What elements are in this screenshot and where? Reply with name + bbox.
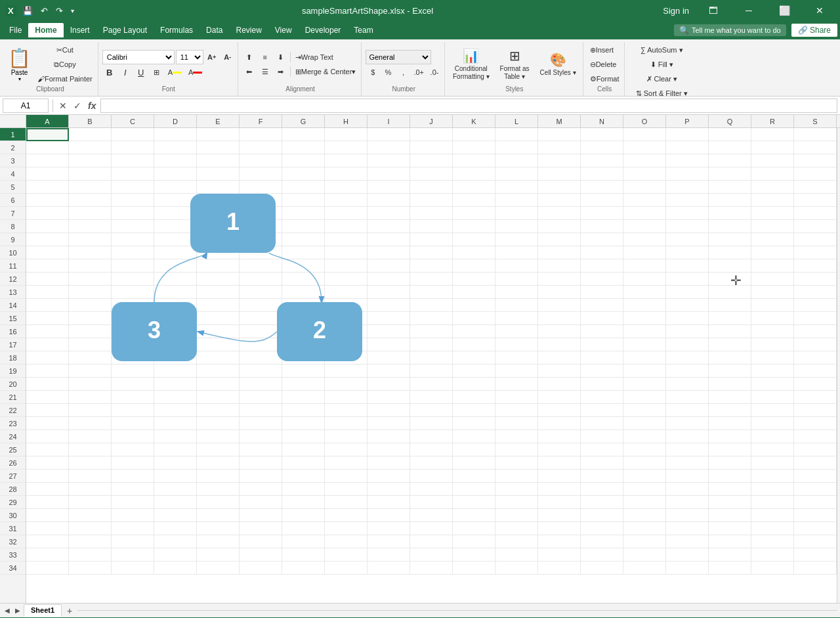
grid-cell[interactable] xyxy=(197,456,240,470)
grid-cell[interactable] xyxy=(112,286,154,299)
grid-cell[interactable] xyxy=(709,548,751,562)
align-left-btn[interactable]: ⬅ xyxy=(242,65,257,78)
grid-cell[interactable] xyxy=(112,273,154,286)
grid-cell[interactable] xyxy=(69,562,112,575)
grid-cell[interactable] xyxy=(581,312,623,325)
function-btn[interactable]: fx xyxy=(86,100,98,111)
grid-cell[interactable] xyxy=(709,299,751,312)
col-header-B[interactable]: B xyxy=(69,115,112,127)
grid-cell[interactable] xyxy=(581,128,623,141)
grid-cell[interactable] xyxy=(495,364,538,378)
grid-cell[interactable] xyxy=(282,548,325,562)
grid-cell[interactable] xyxy=(453,483,495,496)
row-header-27[interactable]: 27 xyxy=(0,470,26,483)
menu-page-layout[interactable]: Page Layout xyxy=(96,23,154,37)
grid-cell[interactable] xyxy=(751,483,794,496)
grid-cell[interactable] xyxy=(709,535,751,548)
grid-cell[interactable] xyxy=(453,338,495,351)
grid-cell[interactable] xyxy=(751,430,794,443)
grid-cell[interactable] xyxy=(495,404,538,417)
bold-button[interactable]: B xyxy=(102,66,117,79)
grid-cell[interactable] xyxy=(538,141,581,154)
grid-cell[interactable] xyxy=(709,259,751,273)
grid-cell[interactable] xyxy=(623,325,666,338)
col-header-K[interactable]: K xyxy=(453,115,495,127)
row-header-6[interactable]: 6 xyxy=(0,194,26,207)
grid-cell[interactable] xyxy=(709,470,751,483)
grid-cell[interactable] xyxy=(154,351,197,364)
grid-cell[interactable] xyxy=(282,128,325,141)
grid-cell[interactable] xyxy=(495,299,538,312)
grid-cell[interactable] xyxy=(410,364,453,378)
grid-cell[interactable] xyxy=(240,207,282,220)
grid-cell[interactable] xyxy=(709,456,751,470)
row-header-23[interactable]: 23 xyxy=(0,417,26,430)
grid-cell[interactable] xyxy=(666,273,709,286)
align-top-btn[interactable]: ⬆ xyxy=(242,51,257,64)
grid-cell[interactable] xyxy=(794,351,837,364)
grid-cell[interactable] xyxy=(325,522,368,535)
grid-cell[interactable] xyxy=(368,470,410,483)
grid-cell[interactable] xyxy=(453,509,495,522)
grid-cell[interactable] xyxy=(623,154,666,167)
grid-cell[interactable] xyxy=(453,470,495,483)
grid-cell[interactable] xyxy=(666,522,709,535)
grid-cell[interactable] xyxy=(368,430,410,443)
grid-cell[interactable] xyxy=(197,312,240,325)
grid-cell[interactable] xyxy=(282,325,325,338)
minimize-btn[interactable]: ─ xyxy=(734,0,764,21)
grid-cell[interactable] xyxy=(69,417,112,430)
grid-cell[interactable] xyxy=(709,233,751,246)
grid-cell[interactable] xyxy=(623,207,666,220)
grid-cell[interactable] xyxy=(751,378,794,391)
grid-cell[interactable] xyxy=(623,286,666,299)
grid-cell[interactable] xyxy=(751,338,794,351)
grid-cell[interactable] xyxy=(154,207,197,220)
grid-cell[interactable] xyxy=(538,430,581,443)
grid-cell[interactable] xyxy=(112,470,154,483)
grid-cell[interactable] xyxy=(368,259,410,273)
grid-cell[interactable] xyxy=(240,220,282,233)
grid-cell[interactable] xyxy=(69,509,112,522)
grid-cell[interactable] xyxy=(751,128,794,141)
grid-cell[interactable] xyxy=(794,378,837,391)
col-header-C[interactable]: C xyxy=(112,115,154,127)
grid-cell[interactable] xyxy=(240,259,282,273)
row-header-10[interactable]: 10 xyxy=(0,246,26,259)
grid-cell[interactable] xyxy=(26,470,69,483)
grid-cell[interactable] xyxy=(69,181,112,194)
grid-cell[interactable] xyxy=(709,128,751,141)
grid-cell[interactable] xyxy=(325,351,368,364)
row-header-28[interactable]: 28 xyxy=(0,483,26,496)
grid-cell[interactable] xyxy=(26,207,69,220)
grid-cell[interactable] xyxy=(538,128,581,141)
grid-cell[interactable] xyxy=(154,391,197,404)
grid-cell[interactable] xyxy=(453,312,495,325)
sheet-tab-scroll-right[interactable]: ▶ xyxy=(13,607,22,614)
grid-cell[interactable] xyxy=(709,207,751,220)
grid-cell[interactable] xyxy=(69,364,112,378)
grid-cell[interactable] xyxy=(282,194,325,207)
grid-cell[interactable] xyxy=(368,443,410,456)
grid-cell[interactable] xyxy=(154,364,197,378)
grid-cell[interactable] xyxy=(751,259,794,273)
fill-color-button[interactable]: A xyxy=(165,66,184,79)
grid-cell[interactable] xyxy=(282,312,325,325)
grid-cell[interactable] xyxy=(581,141,623,154)
grid-cell[interactable] xyxy=(623,167,666,181)
grid-cell[interactable] xyxy=(623,128,666,141)
grid-cell[interactable] xyxy=(112,338,154,351)
grid-cell[interactable] xyxy=(751,325,794,338)
col-header-H[interactable]: H xyxy=(325,115,368,127)
grid-cell[interactable] xyxy=(453,378,495,391)
row-header-3[interactable]: 3 xyxy=(0,154,26,167)
grid-cell[interactable] xyxy=(709,194,751,207)
col-header-M[interactable]: M xyxy=(538,115,581,127)
grid-cell[interactable] xyxy=(240,522,282,535)
menu-insert[interactable]: Insert xyxy=(64,23,96,37)
grid-cell[interactable] xyxy=(794,220,837,233)
grid-cell[interactable] xyxy=(368,456,410,470)
grid-cell[interactable] xyxy=(325,535,368,548)
grid-cell[interactable] xyxy=(453,535,495,548)
grid-cell[interactable] xyxy=(410,194,453,207)
